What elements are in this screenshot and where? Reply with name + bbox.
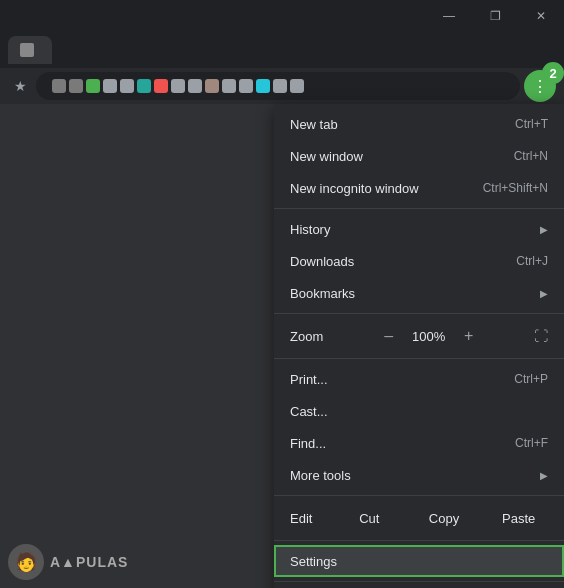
- menu-item-arrow: ▶: [540, 470, 548, 481]
- menu-item-label: New tab: [290, 117, 338, 132]
- maximize-button[interactable]: ❐: [472, 0, 518, 32]
- color-pill: [69, 79, 83, 93]
- color-pill: [273, 79, 287, 93]
- menu-item-label: New incognito window: [290, 181, 419, 196]
- menu-item-new-window[interactable]: New windowCtrl+N: [274, 140, 564, 172]
- minimize-button[interactable]: —: [426, 0, 472, 32]
- menu-badge: 2: [542, 62, 564, 84]
- copy-button[interactable]: Copy: [407, 502, 482, 534]
- menu-item-label: History: [290, 222, 330, 237]
- menu-item-label: Cast...: [290, 404, 328, 419]
- address-bar[interactable]: [36, 72, 520, 100]
- edit-label: Edit: [282, 511, 332, 526]
- menu-item-downloads[interactable]: DownloadsCtrl+J: [274, 245, 564, 277]
- menu-item-label: Settings: [290, 554, 337, 569]
- menu-item-left: New incognito window: [290, 181, 419, 196]
- menu-item-new-tab[interactable]: New tabCtrl+T: [274, 108, 564, 140]
- menu-item-settings[interactable]: Settings: [274, 545, 564, 577]
- color-pill: [171, 79, 185, 93]
- color-pill: [120, 79, 134, 93]
- toolbar: ★ ⋮ 2: [0, 68, 564, 104]
- logo-emoji: 🧑: [15, 551, 37, 573]
- menu-item-new-incognito[interactable]: New incognito windowCtrl+Shift+N: [274, 172, 564, 204]
- menu-item-left: Settings: [290, 554, 337, 569]
- browser-content: New tabCtrl+TNew windowCtrl+NNew incogni…: [0, 104, 564, 588]
- menu-item-left: Bookmarks: [290, 286, 355, 301]
- logo-circle: 🧑: [8, 544, 44, 580]
- menu-item-more-tools[interactable]: More tools▶: [274, 459, 564, 491]
- menu-item-arrow: ▶: [540, 288, 548, 299]
- menu-item-arrow: ▶: [540, 224, 548, 235]
- tabs-bar: [0, 32, 564, 68]
- menu-item-shortcut: Ctrl+P: [514, 372, 548, 386]
- menu-item-left: New window: [290, 149, 363, 164]
- menu-item-bookmarks[interactable]: Bookmarks▶: [274, 277, 564, 309]
- menu-item-shortcut: Ctrl+J: [516, 254, 548, 268]
- menu-item-label: Bookmarks: [290, 286, 355, 301]
- menu-item-left: More tools: [290, 468, 351, 483]
- color-pills: [48, 79, 308, 93]
- zoom-out-button[interactable]: –: [377, 324, 401, 348]
- menu-item-label: Downloads: [290, 254, 354, 269]
- context-menu: New tabCtrl+TNew windowCtrl+NNew incogni…: [274, 104, 564, 588]
- zoom-in-button[interactable]: +: [457, 324, 481, 348]
- menu-item-label: Print...: [290, 372, 328, 387]
- menu-item-shortcut: Ctrl+F: [515, 436, 548, 450]
- zoom-row: Zoom – 100% + ⛶: [274, 318, 564, 354]
- menu-item-shortcut: Ctrl+Shift+N: [483, 181, 548, 195]
- title-bar: — ❐ ✕: [0, 0, 564, 32]
- browser-tab[interactable]: [8, 36, 52, 64]
- logo-area: 🧑 A▲PULAS: [8, 544, 128, 580]
- menu-divider: [274, 581, 564, 582]
- menu-item-label: Find...: [290, 436, 326, 451]
- menu-item-label: More tools: [290, 468, 351, 483]
- bookmark-icon[interactable]: ★: [8, 74, 32, 98]
- logo-text: A▲PULAS: [50, 554, 128, 570]
- edit-row: Edit Cut Copy Paste: [274, 500, 564, 536]
- color-pill: [256, 79, 270, 93]
- menu-item-print[interactable]: Print...Ctrl+P: [274, 363, 564, 395]
- menu-item-left: Downloads: [290, 254, 354, 269]
- color-pill: [137, 79, 151, 93]
- menu-item-left: History: [290, 222, 330, 237]
- fullscreen-icon[interactable]: ⛶: [534, 328, 548, 344]
- close-button[interactable]: ✕: [518, 0, 564, 32]
- menu-item-shortcut: Ctrl+T: [515, 117, 548, 131]
- zoom-label: Zoom: [290, 329, 323, 344]
- color-pill: [103, 79, 117, 93]
- menu-item-find[interactable]: Find...Ctrl+F: [274, 427, 564, 459]
- menu-item-shortcut: Ctrl+N: [514, 149, 548, 163]
- zoom-controls: – 100% +: [377, 324, 481, 348]
- color-pill: [52, 79, 66, 93]
- menu-item-history[interactable]: History▶: [274, 213, 564, 245]
- menu-divider: [274, 208, 564, 209]
- zoom-value: 100%: [409, 329, 449, 344]
- color-pill: [86, 79, 100, 93]
- paste-button[interactable]: Paste: [481, 502, 556, 534]
- menu-divider: [274, 540, 564, 541]
- color-pill: [290, 79, 304, 93]
- menu-divider: [274, 495, 564, 496]
- color-pill: [188, 79, 202, 93]
- menu-divider: [274, 358, 564, 359]
- menu-item-cast[interactable]: Cast...: [274, 395, 564, 427]
- menu-item-left: Find...: [290, 436, 326, 451]
- color-pill: [239, 79, 253, 93]
- color-pill: [154, 79, 168, 93]
- color-pill: [205, 79, 219, 93]
- menu-item-left: Cast...: [290, 404, 328, 419]
- menu-item-label: New window: [290, 149, 363, 164]
- tab-favicon: [20, 43, 34, 57]
- menu-item-left: New tab: [290, 117, 338, 132]
- cut-button[interactable]: Cut: [332, 502, 407, 534]
- color-pill: [222, 79, 236, 93]
- menu-button[interactable]: ⋮ 2: [524, 70, 556, 102]
- menu-divider: [274, 313, 564, 314]
- menu-item-left: Print...: [290, 372, 328, 387]
